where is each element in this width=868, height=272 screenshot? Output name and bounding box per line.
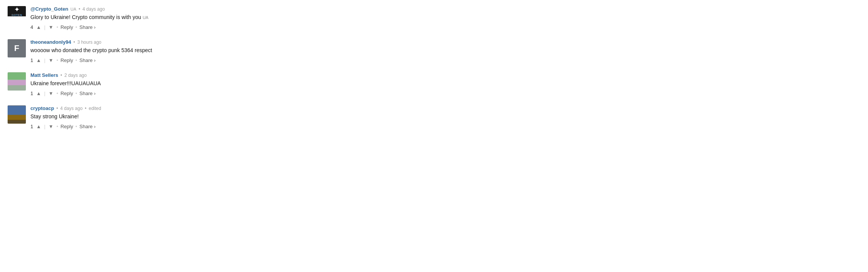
share-button[interactable]: Share › <box>79 91 96 96</box>
share-button[interactable]: Share › <box>79 124 96 129</box>
vote-count: 1 <box>30 57 33 63</box>
reply-button[interactable]: Reply <box>60 124 73 129</box>
comment-header: cryptoacp • 4 days ago • edited <box>30 105 860 111</box>
comment-header: theoneandonly94 • 3 hours ago <box>30 39 860 45</box>
timestamp-dot: • <box>85 106 86 111</box>
dot-separator-2: • <box>75 124 77 129</box>
share-button[interactable]: Share › <box>79 57 96 63</box>
reply-button[interactable]: Reply <box>60 91 73 96</box>
username[interactable]: cryptoacp <box>30 105 54 111</box>
timestamp: • <box>60 73 62 78</box>
edited-label: edited <box>89 106 101 111</box>
separator: | <box>44 24 45 30</box>
comment-time: 4 days ago <box>60 106 83 111</box>
separator: | <box>44 57 45 63</box>
upvote-button[interactable]: ▲ <box>35 24 42 30</box>
upvote-button[interactable]: ▲ <box>35 91 42 96</box>
separator: | <box>44 91 45 96</box>
vote-count: 1 <box>30 91 33 96</box>
timestamp: • <box>79 6 80 12</box>
user-badge: UA <box>70 7 76 11</box>
comment-item: F theoneandonly94 • 3 hours ago woooow w… <box>8 39 860 63</box>
comment-item: ✦ GOTEN @Crypto_Goten UA • 4 days ago Gl… <box>8 6 860 30</box>
vote-count: 1 <box>30 124 33 129</box>
dot-separator-2: • <box>75 24 77 30</box>
comment-actions: 4 ▲ | ▼ • Reply • Share › <box>30 24 860 30</box>
dot-separator: • <box>56 57 58 63</box>
comment-text: Stay strong Ukraine! <box>30 113 860 121</box>
downvote-button[interactable]: ▼ <box>48 24 54 30</box>
reply-button[interactable]: Reply <box>60 57 73 63</box>
text-badge: UA <box>143 15 148 20</box>
avatar-icon: ✦ <box>14 6 20 13</box>
vote-count: 4 <box>30 24 33 30</box>
share-button[interactable]: Share › <box>79 24 96 30</box>
avatar: ✦ GOTEN <box>8 6 26 24</box>
comment-text: Glory to Ukraine! Crypto community is wi… <box>30 13 860 21</box>
upvote-button[interactable]: ▲ <box>35 57 42 63</box>
timestamp: • <box>56 106 58 111</box>
avatar <box>8 105 26 124</box>
dot-separator-2: • <box>75 57 77 63</box>
comment-item: Matt Sellers • 2 days ago Ukraine foreve… <box>8 72 860 96</box>
dot-separator: • <box>56 91 58 96</box>
downvote-button[interactable]: ▼ <box>48 91 54 96</box>
dot-separator-2: • <box>75 91 77 96</box>
comment-text: Ukraine forever!!!UAUAUAUA <box>30 80 860 87</box>
comment-actions: 1 ▲ | ▼ • Reply • Share › <box>30 124 860 129</box>
avatar <box>8 72 26 91</box>
comment-body: theoneandonly94 • 3 hours ago woooow who… <box>30 39 860 63</box>
avatar-letter: F <box>8 39 26 57</box>
dot-separator: • <box>56 24 58 30</box>
downvote-button[interactable]: ▼ <box>48 124 54 129</box>
timestamp: • <box>73 40 75 45</box>
username[interactable]: @Crypto_Goten <box>30 6 68 12</box>
username[interactable]: theoneandonly94 <box>30 39 71 45</box>
comment-time: 3 hours ago <box>77 40 101 45</box>
separator: | <box>44 124 45 129</box>
comment-body: cryptoacp • 4 days ago • edited Stay str… <box>30 105 860 129</box>
upvote-button[interactable]: ▲ <box>35 124 42 129</box>
comment-time: 4 days ago <box>83 6 105 12</box>
comment-body: Matt Sellers • 2 days ago Ukraine foreve… <box>30 72 860 96</box>
avatar: F <box>8 39 26 57</box>
comment-actions: 1 ▲ | ▼ • Reply • Share › <box>30 91 860 96</box>
avatar-label: GOTEN <box>11 14 22 16</box>
username[interactable]: Matt Sellers <box>30 72 58 78</box>
comment-actions: 1 ▲ | ▼ • Reply • Share › <box>30 57 860 63</box>
comment-item: cryptoacp • 4 days ago • edited Stay str… <box>8 105 860 129</box>
comment-header: @Crypto_Goten UA • 4 days ago <box>30 6 860 12</box>
comment-body: @Crypto_Goten UA • 4 days ago Glory to U… <box>30 6 860 30</box>
comment-header: Matt Sellers • 2 days ago <box>30 72 860 78</box>
downvote-button[interactable]: ▼ <box>48 57 54 63</box>
dot-separator: • <box>56 124 58 129</box>
comment-text: woooow who donated the crypto punk 5364 … <box>30 46 860 54</box>
reply-button[interactable]: Reply <box>60 24 73 30</box>
comment-time: 2 days ago <box>64 73 87 78</box>
